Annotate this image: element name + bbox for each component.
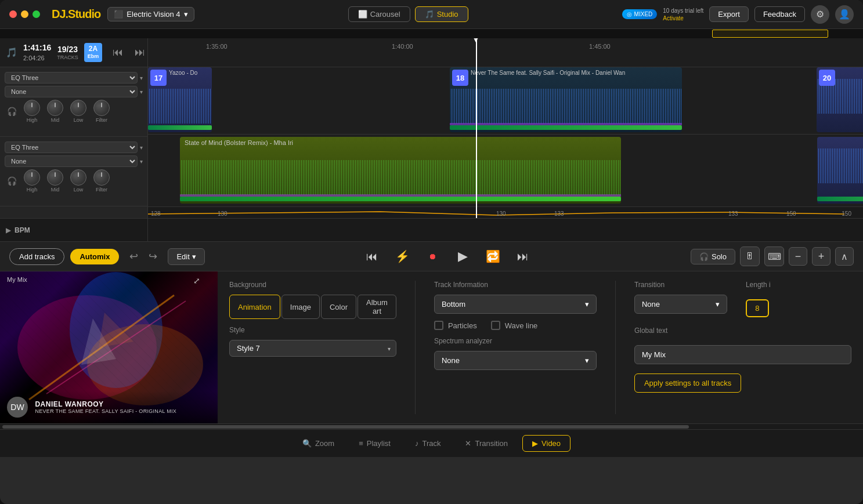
chevron-down-icon: ▾ xyxy=(140,158,143,165)
global-text-input[interactable] xyxy=(634,345,851,364)
spectrum-dropdown[interactable]: None ▾ xyxy=(434,351,597,370)
eq-bar-18 xyxy=(450,125,682,130)
timeline-range-indicator[interactable] xyxy=(712,30,828,38)
mixed-badge: ◎ MIXED xyxy=(622,9,658,19)
track-number-17: 17 xyxy=(150,70,167,86)
skip-back-button[interactable]: ⏮ xyxy=(108,44,128,61)
project-selector[interactable]: ⬛ Electric Vision 4 ▾ xyxy=(107,7,194,21)
time-marker-2: 1:40:00 xyxy=(392,43,413,50)
export-button[interactable]: Export xyxy=(709,6,749,22)
checkbox-row: Particles Wave line xyxy=(434,321,597,330)
particles-checkbox[interactable]: Particles xyxy=(434,321,477,330)
spectrum-label: Spectrum analyzer xyxy=(434,337,597,345)
cue-button[interactable]: ⚡ xyxy=(392,246,413,267)
bpm-label: BPM xyxy=(15,226,30,234)
eq-bar-olive xyxy=(817,197,863,201)
solo-button[interactable]: 🎧 Solo xyxy=(691,249,735,264)
keyboard-button[interactable]: ⌨ xyxy=(764,246,784,266)
eq-select-1[interactable]: EQ Three xyxy=(5,72,138,84)
transition-icon: ✕ xyxy=(465,439,471,448)
high-knob-1: High xyxy=(24,100,40,123)
undo-button[interactable]: ↩ xyxy=(125,248,143,265)
track-block-olive[interactable] xyxy=(817,137,863,204)
studio-icon: 🎵 xyxy=(425,10,434,19)
playlist-tab[interactable]: ≡ Playlist xyxy=(349,435,400,452)
bpm-label-area: ▶ BPM xyxy=(0,219,148,241)
feedback-button[interactable]: Feedback xyxy=(754,6,805,22)
add-tracks-button[interactable]: Add tracks xyxy=(9,248,64,265)
length-input[interactable]: 8 xyxy=(746,299,769,317)
skip-to-start-button[interactable]: ⏮ xyxy=(362,246,382,267)
image-tab[interactable]: Image xyxy=(281,295,320,319)
headphone-icon-1[interactable]: 🎧 xyxy=(7,107,17,116)
edit-button[interactable]: Edit ▾ xyxy=(168,248,204,265)
bpm-expand-icon[interactable]: ▶ xyxy=(6,226,11,234)
collapse-button[interactable]: ∧ xyxy=(835,247,854,266)
track-block-green[interactable]: State of Mind (Bolster Remix) - Mha Iri xyxy=(180,137,621,204)
track-position-dropdown[interactable]: Bottom ▾ xyxy=(434,295,597,314)
horizontal-scrollbar[interactable] xyxy=(0,423,863,429)
minimize-button[interactable] xyxy=(21,10,28,18)
chevron-down-icon: ▾ xyxy=(716,300,720,309)
track-tab[interactable]: ♪ Track xyxy=(405,435,451,452)
play-button[interactable]: ▶ xyxy=(452,246,473,267)
automix-button[interactable]: Automix xyxy=(70,249,119,264)
record-button[interactable]: ⏺ xyxy=(422,246,443,267)
fx-select-2[interactable]: None xyxy=(5,155,138,167)
color-tab[interactable]: Color xyxy=(321,295,356,319)
filter-knob-1: Filter xyxy=(93,100,110,123)
redo-button[interactable]: ↪ xyxy=(144,248,162,265)
activate-link[interactable]: Activate xyxy=(663,14,703,22)
mixed-icon: ◎ xyxy=(627,11,632,17)
animation-tab[interactable]: Animation xyxy=(229,295,280,319)
transition-dropdown[interactable]: None ▾ xyxy=(634,295,727,314)
profile-avatar[interactable]: 👤 xyxy=(835,5,854,24)
carousel-icon: ⬜ xyxy=(358,10,367,19)
undo-redo-group: ↩ ↪ xyxy=(125,248,162,265)
channel-2: EQ Three ▾ None ▾ 🎧 High xyxy=(0,137,147,206)
track-number-18: 18 xyxy=(452,70,468,86)
mixer-button[interactable]: 🎚 xyxy=(740,246,760,266)
fx-select-1[interactable]: None xyxy=(5,86,138,97)
transition-column: Transition None ▾ Length i 8 Glob xyxy=(616,281,851,414)
bpm-133: 133 xyxy=(554,211,564,217)
zoom-tab[interactable]: 🔍 Zoom xyxy=(293,435,344,452)
background-column: Background Animation Image Color Album a… xyxy=(229,281,416,414)
skip-to-end-button[interactable]: ⏭ xyxy=(512,246,533,267)
video-tab[interactable]: ▶ Video xyxy=(522,435,570,452)
global-text-section: Global text xyxy=(634,327,851,364)
track-block-17[interactable]: 17 Yazoo - Do xyxy=(148,67,212,132)
playhead[interactable] xyxy=(476,38,477,218)
track-block-20[interactable]: 20 xyxy=(817,67,863,132)
eq-select-2[interactable]: EQ Three xyxy=(5,142,138,153)
length-section: Length i 8 xyxy=(746,281,771,317)
low-knob-2: Low xyxy=(70,169,86,193)
expand-icon[interactable]: ⤢ xyxy=(193,276,200,285)
maximize-button[interactable] xyxy=(33,10,40,18)
scroll-thumb[interactable] xyxy=(2,425,689,429)
close-button[interactable] xyxy=(9,10,17,18)
timeline-overview xyxy=(0,29,863,38)
eq-bar-17 xyxy=(148,125,212,130)
bottom-navigation: 🔍 Zoom ≡ Playlist ♪ Track ✕ Transition ▶… xyxy=(0,429,863,457)
loop-button[interactable]: 🔁 xyxy=(482,246,503,267)
zoom-out-button[interactable]: − xyxy=(789,247,807,266)
track-block-18[interactable]: 18 Never The Same feat. Sally Saifi - Or… xyxy=(450,67,682,132)
skip-forward-button[interactable]: ⏭ xyxy=(130,44,150,61)
zoom-in-button[interactable]: + xyxy=(812,247,830,266)
window-controls xyxy=(9,10,40,18)
app-logo: DJ.Studio xyxy=(52,8,100,21)
filter-knob-2: Filter xyxy=(93,169,110,193)
headphone-icon-2[interactable]: 🎧 xyxy=(7,176,17,186)
album-art-tab[interactable]: Album art xyxy=(358,295,396,319)
track-title-18: Never The Same feat. Sally Saifi - Origi… xyxy=(450,67,682,77)
apply-settings-button[interactable]: Apply settings to all tracks xyxy=(634,374,741,393)
timeline-area: 🎵 1:41:16 2:04:26 19/23 TRACKS 2A Ebm ⏮ … xyxy=(0,38,863,218)
style-select[interactable]: Style 7 xyxy=(229,340,396,357)
studio-tab[interactable]: 🎵 Studio xyxy=(415,6,468,22)
settings-icon[interactable]: ⚙ xyxy=(811,5,829,24)
carousel-tab[interactable]: ⬜ Carousel xyxy=(348,6,410,22)
transition-tab[interactable]: ✕ Transition xyxy=(455,435,518,452)
wave-line-checkbox[interactable]: Wave line xyxy=(491,321,538,330)
titlebar-right: ◎ MIXED 10 days trial left Activate Expo… xyxy=(622,5,854,24)
